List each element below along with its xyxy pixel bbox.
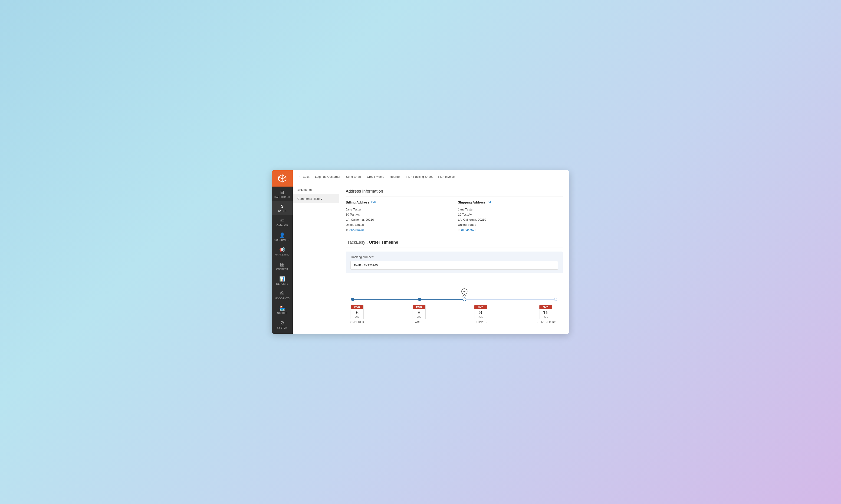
app-container: ⊟ DASHBOARD $ SALES 🏷 CATALOG 👤 CUSTOMER… [272, 170, 569, 334]
sidebar-item-label: STORES [277, 312, 287, 314]
timeline-brand: TrackEasy [346, 240, 365, 245]
sidebar-logo [272, 170, 293, 186]
cal-card-delivered: MON 15 JUL [539, 305, 552, 319]
sidebar-item-label: CUSTOMERS [274, 239, 290, 241]
tracking-number-value: FX123765 [364, 264, 378, 267]
shipping-phone-label: T: [458, 228, 460, 232]
timeline-label-packed: PACKED [413, 321, 425, 323]
timeline-dot-sep: . [366, 240, 367, 245]
timeline-label-ordered: ORDERED [350, 321, 364, 323]
main-panel: Address Information Billing Address Edit… [339, 183, 569, 334]
shipping-country: United States [458, 223, 476, 227]
timeline-step-ordered: MON 8 JUL ORDERED [350, 305, 364, 323]
sidebar-item-content[interactable]: ▦ CONTENT [272, 259, 293, 273]
tracking-number-display: FedEx FX123765 [350, 261, 558, 270]
sidebar-item-label: MOOGENTO [275, 297, 290, 300]
billing-edit-link[interactable]: Edit [371, 201, 376, 204]
reorder-button[interactable]: Reorder [390, 174, 401, 179]
cal-day-ordered: 8 [351, 309, 363, 316]
sidebar-item-sales[interactable]: $ SALES [272, 201, 293, 215]
invoice-label: PDF Invoice [438, 175, 454, 178]
billing-phone-link[interactable]: 012345678 [349, 228, 364, 232]
nav-item-comments[interactable]: Comments History [293, 194, 339, 203]
timeline-labels: MON 8 JUL ORDERED MON 8 [350, 305, 558, 323]
billing-country: United States [346, 223, 364, 227]
sidebar-item-moogento[interactable]: Ⓜ MOOGENTO [272, 288, 293, 303]
timeline-track: ✈ [346, 281, 563, 328]
cal-day-packed: 8 [413, 309, 425, 316]
timeline-line-fill [353, 299, 464, 300]
sidebar-item-customers[interactable]: 👤 CUSTOMERS [272, 230, 293, 244]
back-button[interactable]: ← Back [298, 174, 309, 179]
shipping-address-block: Shipping Address Edit Jane Tester 10 Tes… [458, 200, 563, 233]
packing-label: PDF Packing Sheet [406, 175, 433, 178]
shipping-city: LA, California, 90210 [458, 218, 486, 221]
sidebar-item-marketing[interactable]: 📢 MARKETING [272, 244, 293, 259]
billing-address-block: Billing Address Edit Jane Tester 10 Test… [346, 200, 450, 233]
dot-shipped [464, 298, 468, 301]
billing-city: LA, California, 90210 [346, 218, 374, 221]
sidebar-item-catalog[interactable]: 🏷 CATALOG [272, 215, 293, 230]
back-label: Back [303, 175, 309, 178]
timeline-pin-row: ✈ [353, 285, 556, 297]
cal-weekday-delivered: MON [539, 305, 552, 309]
dot-ordered [353, 298, 356, 301]
cal-card-packed: MON 8 JUL [413, 305, 426, 319]
sales-icon: $ [281, 204, 284, 209]
sidebar-item-label: MARKETING [275, 253, 290, 256]
timeline-line-row [353, 297, 556, 302]
cal-card-ordered: MON 8 JUL [350, 305, 364, 319]
customers-icon: 👤 [279, 232, 285, 238]
login-as-customer-button[interactable]: Login as Customer [315, 174, 340, 179]
cal-month-shipped: JUL [475, 316, 487, 319]
sidebar: ⊟ DASHBOARD $ SALES 🏷 CATALOG 👤 CUSTOMER… [272, 170, 293, 334]
login-label: Login as Customer [315, 175, 340, 178]
left-nav: Shipments Comments History [293, 183, 339, 334]
sidebar-item-label: CATALOG [276, 224, 288, 227]
sidebar-item-label: SYSTEM [277, 326, 287, 329]
sidebar-item-label: DASHBOARD [274, 196, 290, 198]
cal-weekday-ordered: MON [351, 305, 363, 309]
shipping-phone-link[interactable]: 012345678 [461, 228, 476, 232]
content-layout: Shipments Comments History Address Infor… [293, 183, 569, 334]
pdf-invoice-button[interactable]: PDF Invoice [438, 174, 454, 179]
sidebar-item-dashboard[interactable]: ⊟ DASHBOARD [272, 186, 293, 201]
marketing-icon: 📢 [279, 247, 285, 252]
sidebar-item-reports[interactable]: 📊 REPORTS [272, 273, 293, 288]
timeline-label-delivered: DELIVERED BY [536, 321, 556, 323]
pin-container: ✈ [461, 288, 468, 297]
sidebar-item-stores[interactable]: 🏪 STORES [272, 303, 293, 317]
sidebar-item-label: SALES [278, 210, 287, 212]
timeline-step-packed: MON 8 JUL PACKED [413, 305, 426, 323]
reports-icon: 📊 [279, 276, 285, 282]
shipping-address-content: Jane Tester 10 Test Av. LA, California, … [458, 207, 563, 233]
content-icon: ▦ [280, 262, 285, 267]
system-icon: ⚙ [280, 320, 285, 326]
billing-heading-text: Billing Address [346, 200, 370, 204]
credit-memo-button[interactable]: Credit Memo [367, 174, 384, 179]
sidebar-item-system[interactable]: ⚙ SYSTEM [272, 317, 293, 332]
timeline-section: TrackEasy . Order Timeline Tracking numb… [346, 240, 563, 328]
cal-weekday-shipped: MON [475, 305, 487, 309]
pdf-packing-button[interactable]: PDF Packing Sheet [406, 174, 433, 179]
tracking-box: Tracking number: FedEx FX123765 [346, 252, 563, 273]
shipping-heading-text: Shipping Address [458, 200, 485, 204]
shipping-street: 10 Test Av. [458, 213, 472, 216]
timeline-title: Order Timeline [369, 240, 398, 245]
timeline-label-shipped: SHIPPED [475, 321, 487, 323]
sidebar-item-label: REPORTS [276, 283, 288, 285]
billing-address-content: Jane Tester 10 Test Av. LA, California, … [346, 207, 450, 233]
dot-packed [419, 298, 423, 301]
billing-name: Jane Tester [346, 208, 361, 211]
cal-card-shipped: MON 8 JUL [474, 305, 487, 319]
shipping-edit-link[interactable]: Edit [487, 201, 492, 204]
timeline-header: TrackEasy . Order Timeline [346, 240, 563, 248]
toolbar: ← Back Login as Customer Send Email Cred… [293, 170, 569, 183]
nav-item-shipments[interactable]: Shipments [293, 185, 339, 194]
timeline-relative-wrapper: ✈ [346, 285, 563, 302]
main-content: ← Back Login as Customer Send Email Cred… [293, 170, 569, 334]
email-label: Send Email [346, 175, 361, 178]
send-email-button[interactable]: Send Email [346, 174, 361, 179]
billing-address-heading: Billing Address Edit [346, 200, 450, 204]
cal-month-packed: JUL [413, 316, 425, 319]
